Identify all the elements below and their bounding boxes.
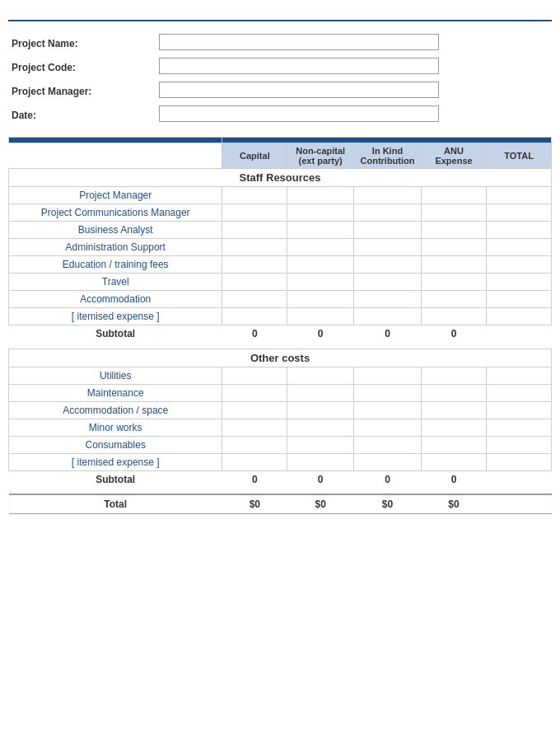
project-field-input-2[interactable] bbox=[156, 79, 552, 103]
table-row: Accommodation bbox=[9, 291, 552, 308]
noncapital-cell[interactable] bbox=[287, 291, 354, 308]
noncapital-cell[interactable] bbox=[287, 222, 354, 239]
inkind-cell[interactable] bbox=[354, 239, 422, 256]
col-capital: Capital bbox=[222, 143, 287, 169]
anu-cell[interactable] bbox=[421, 274, 486, 291]
anu-cell[interactable] bbox=[421, 367, 486, 384]
row-label: Business Analyst bbox=[9, 222, 222, 239]
project-field-input-3[interactable] bbox=[156, 103, 552, 127]
anu-cell[interactable] bbox=[421, 222, 486, 239]
total-cell bbox=[487, 239, 552, 256]
subtotal-capital: 0 bbox=[222, 325, 287, 343]
total-cell bbox=[487, 291, 552, 308]
expenses-header bbox=[9, 138, 222, 143]
inkind-cell[interactable] bbox=[354, 401, 422, 419]
project-field-label-0: Project Name: bbox=[8, 31, 156, 55]
table-row: Business Analyst bbox=[9, 222, 552, 239]
row-label: Project Manager bbox=[9, 187, 222, 204]
inkind-cell[interactable] bbox=[354, 291, 422, 308]
capital-cell[interactable] bbox=[222, 401, 287, 419]
noncapital-cell[interactable] bbox=[287, 436, 354, 453]
total-capital: $0 bbox=[222, 494, 287, 514]
capital-cell[interactable] bbox=[222, 419, 287, 436]
noncapital-cell[interactable] bbox=[287, 239, 354, 256]
subtotal-total bbox=[487, 325, 552, 343]
col-anu-expense: ANU Expense bbox=[421, 143, 486, 169]
noncapital-cell[interactable] bbox=[287, 308, 354, 325]
row-label: Minor works bbox=[9, 419, 222, 436]
table-row: [ itemised expense ] bbox=[9, 308, 552, 325]
capital-cell[interactable] bbox=[222, 308, 287, 325]
anu-cell[interactable] bbox=[421, 308, 486, 325]
inkind-cell[interactable] bbox=[354, 256, 422, 274]
total-cell bbox=[487, 308, 552, 325]
anu-cell[interactable] bbox=[421, 256, 486, 274]
subtotal-anu: 0 bbox=[421, 470, 486, 488]
total-cell bbox=[487, 453, 552, 470]
anu-cell[interactable] bbox=[421, 239, 486, 256]
inkind-cell[interactable] bbox=[354, 274, 422, 291]
noncapital-cell[interactable] bbox=[287, 367, 354, 384]
inkind-cell[interactable] bbox=[354, 419, 422, 436]
capital-cell[interactable] bbox=[222, 222, 287, 239]
anu-cell[interactable] bbox=[421, 291, 486, 308]
table-row: Accommodation / space bbox=[9, 401, 552, 419]
capital-cell[interactable] bbox=[222, 187, 287, 204]
inkind-cell[interactable] bbox=[354, 453, 422, 470]
anu-cell[interactable] bbox=[421, 453, 486, 470]
noncapital-cell[interactable] bbox=[287, 419, 354, 436]
noncapital-cell[interactable] bbox=[287, 401, 354, 419]
anu-cell[interactable] bbox=[421, 436, 486, 453]
inkind-cell[interactable] bbox=[354, 367, 422, 384]
capital-cell[interactable] bbox=[222, 204, 287, 222]
subtotal-noncapital: 0 bbox=[287, 325, 354, 343]
project-field-label-2: Project Manager: bbox=[8, 79, 156, 103]
project-field-input-1[interactable] bbox=[156, 55, 552, 79]
capital-cell[interactable] bbox=[222, 436, 287, 453]
anu-cell[interactable] bbox=[421, 187, 486, 204]
total-cell bbox=[487, 419, 552, 436]
table-row: Minor works bbox=[9, 419, 552, 436]
noncapital-cell[interactable] bbox=[287, 274, 354, 291]
subtotal-label: Subtotal bbox=[9, 325, 222, 343]
inkind-cell[interactable] bbox=[354, 384, 422, 401]
capital-cell[interactable] bbox=[222, 367, 287, 384]
capital-cell[interactable] bbox=[222, 291, 287, 308]
project-field-label-1: Project Code: bbox=[8, 55, 156, 79]
capital-cell[interactable] bbox=[222, 274, 287, 291]
page-title bbox=[8, 8, 552, 21]
row-label: Accommodation bbox=[9, 291, 222, 308]
noncapital-cell[interactable] bbox=[287, 384, 354, 401]
col-noncapital: Non-capital(ext party) bbox=[287, 143, 354, 169]
noncapital-cell[interactable] bbox=[287, 256, 354, 274]
anu-cell[interactable] bbox=[421, 384, 486, 401]
section-title-row-0: Staff Resources bbox=[9, 169, 552, 187]
anu-cell[interactable] bbox=[421, 204, 486, 222]
inkind-cell[interactable] bbox=[354, 222, 422, 239]
project-field-input-0[interactable] bbox=[156, 31, 552, 55]
subtotal-row: Subtotal 0 0 0 0 bbox=[9, 325, 552, 343]
total-cell bbox=[487, 187, 552, 204]
inkind-cell[interactable] bbox=[354, 436, 422, 453]
noncapital-cell[interactable] bbox=[287, 187, 354, 204]
noncapital-cell[interactable] bbox=[287, 453, 354, 470]
capital-cell[interactable] bbox=[222, 453, 287, 470]
subtotal-label: Subtotal bbox=[9, 470, 222, 488]
anu-cell[interactable] bbox=[421, 419, 486, 436]
row-label: Education / training fees bbox=[9, 256, 222, 274]
total-anu: $0 bbox=[421, 494, 486, 514]
inkind-cell[interactable] bbox=[354, 204, 422, 222]
capital-cell[interactable] bbox=[222, 239, 287, 256]
table-row: Administration Support bbox=[9, 239, 552, 256]
project-row: Project Name: bbox=[8, 31, 552, 55]
capital-cell[interactable] bbox=[222, 256, 287, 274]
total-cell bbox=[487, 256, 552, 274]
total-row: Total $0 $0 $0 $0 bbox=[9, 494, 552, 514]
total-cell bbox=[487, 401, 552, 419]
inkind-cell[interactable] bbox=[354, 187, 422, 204]
anu-cell[interactable] bbox=[421, 401, 486, 419]
capital-cell[interactable] bbox=[222, 384, 287, 401]
inkind-cell[interactable] bbox=[354, 308, 422, 325]
row-label: [ itemised expense ] bbox=[9, 308, 222, 325]
noncapital-cell[interactable] bbox=[287, 204, 354, 222]
